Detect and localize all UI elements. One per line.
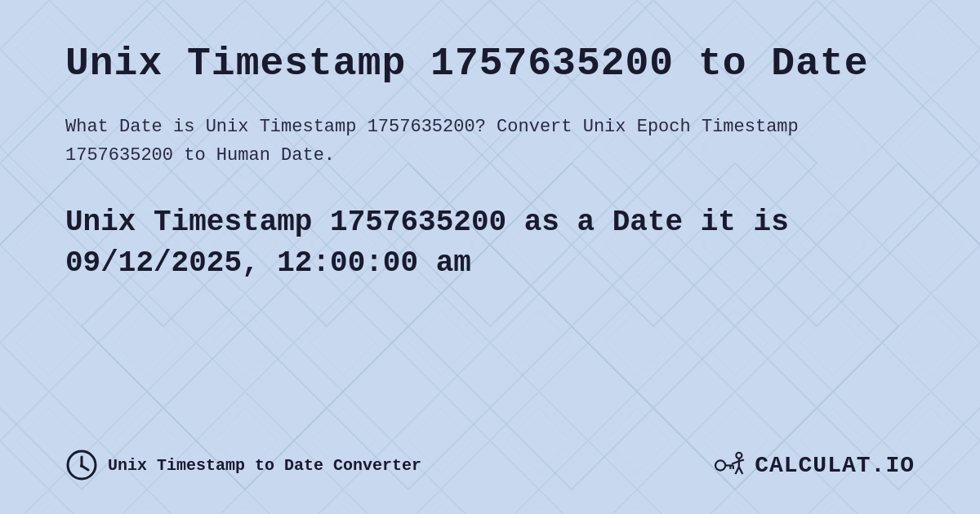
svg-line-23	[736, 467, 739, 474]
svg-line-21	[732, 461, 739, 464]
page-title: Unix Timestamp 1757635200 to Date	[65, 41, 915, 88]
footer-link-text[interactable]: Unix Timestamp to Date Converter	[108, 456, 421, 475]
logo-text: CALCULAT.IO	[755, 453, 915, 478]
svg-point-18	[80, 464, 83, 467]
footer-left: Unix Timestamp to Date Converter	[65, 449, 421, 481]
calculat-logo-icon	[711, 451, 748, 480]
clock-icon	[65, 449, 98, 481]
svg-point-25	[715, 460, 725, 470]
footer: Unix Timestamp to Date Converter	[65, 432, 915, 481]
svg-line-24	[739, 467, 742, 474]
result-section: Unix Timestamp 1757635200 as a Date it i…	[65, 202, 915, 285]
result-text: Unix Timestamp 1757635200 as a Date it i…	[65, 202, 915, 285]
description-text: What Date is Unix Timestamp 1757635200? …	[65, 113, 800, 170]
logo-area: CALCULAT.IO	[711, 451, 915, 480]
svg-point-19	[737, 452, 742, 458]
